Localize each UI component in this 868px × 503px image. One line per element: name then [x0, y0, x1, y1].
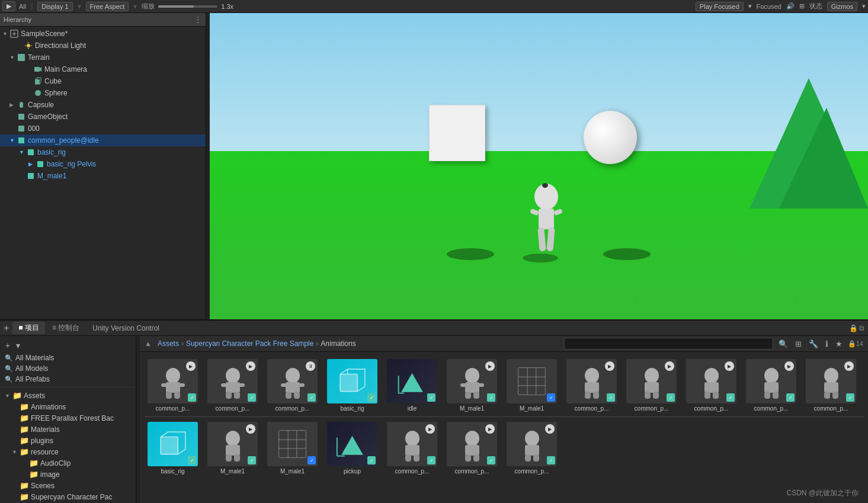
play-icon-10: ▶: [784, 361, 794, 371]
play-focused-btn[interactable]: Play Focused: [696, 2, 744, 11]
filter-all-prefabs[interactable]: 🔍 All Prefabs: [0, 374, 136, 385]
badge-8: ✓: [667, 393, 675, 402]
asset-item-10[interactable]: ▶ ✓ common_p...: [743, 357, 799, 414]
asset-item-r2-6[interactable]: ▶ ✓ common_p...: [504, 419, 560, 477]
proj-audioclip[interactable]: 📁 AudioClip: [0, 457, 136, 469]
tree-item-capsule[interactable]: ▶ Capsule: [0, 99, 206, 111]
filter-btn[interactable]: 🔧: [807, 338, 820, 350]
svg-rect-28: [547, 228, 555, 252]
tree-item-directional-light[interactable]: Directional Light: [0, 40, 206, 52]
badge-10: ✓: [786, 393, 795, 402]
proj-materials[interactable]: 📁 Materials: [0, 424, 136, 435]
breadcrumb-assets[interactable]: Assets: [158, 339, 179, 348]
tree-item-main-camera[interactable]: Main Camera: [0, 63, 206, 75]
asset-thumb-0: ▶ ✓: [148, 359, 198, 403]
asset-item-2[interactable]: ⏸ ✓ common_p...: [264, 357, 321, 414]
svg-rect-19: [28, 173, 34, 179]
zoom-slider[interactable]: [158, 5, 217, 8]
asset-thumb-3: ✓: [327, 359, 377, 403]
maximize-icon[interactable]: ⧉: [859, 324, 864, 332]
add-asset-btn[interactable]: +: [4, 340, 12, 351]
svg-rect-17: [28, 149, 34, 155]
info-btn[interactable]: ℹ: [824, 338, 830, 350]
svg-rect-26: [553, 209, 563, 216]
asset-item-r2-3[interactable]: ✓ pickup: [324, 419, 380, 477]
tree-item-terrain[interactable]: ▼ Terrain: [0, 52, 206, 63]
proj-assets[interactable]: ▼ 📁 Assets: [0, 390, 136, 401]
asset-item-r2-5[interactable]: ▶ ✓ common_p...: [444, 419, 500, 477]
asset-grid-container[interactable]: ▶ ✓ common_p... ▶ ✓ common_p...: [140, 352, 868, 503]
play-icon-r2-4: ▶: [425, 424, 435, 434]
asset-item-11[interactable]: ▶ ✓ common_p...: [803, 357, 859, 414]
proj-resource[interactable]: ▼ 📁 resource: [0, 446, 136, 457]
sidebar-actions: + ▾: [0, 338, 136, 353]
scene-sphere-object: [584, 111, 637, 164]
search-btn[interactable]: 🔍: [777, 338, 790, 350]
tree-item-basic-rig[interactable]: ▼ basic_rig: [0, 146, 206, 158]
asset-item-0[interactable]: ▶ ✓ common_p...: [145, 357, 201, 414]
asset-item-r2-2[interactable]: ✓ M_male1: [264, 419, 321, 477]
tree-item-common-people[interactable]: ▼ common_people@idle: [0, 134, 206, 146]
scene-canvas: [210, 13, 868, 319]
aspect-dropdown[interactable]: Free Aspect: [86, 2, 129, 11]
proj-supercyan[interactable]: 📁 Supercyan Character Pac: [0, 491, 136, 502]
asset-item-4[interactable]: ✓ idle: [384, 357, 440, 414]
tree-item-cube[interactable]: Cube: [0, 75, 206, 87]
gizmos-btn[interactable]: Gizmos: [827, 2, 857, 11]
badge-r2-5: ✓: [487, 456, 495, 464]
display-dropdown[interactable]: Display 1: [37, 2, 72, 11]
tree-item-000[interactable]: 000: [0, 123, 206, 134]
asset-item-7[interactable]: ▶ ✓ common_p...: [563, 357, 620, 414]
asset-item-8[interactable]: ▶ ✓ common_p...: [623, 357, 680, 414]
svg-rect-106: [525, 454, 531, 462]
settings-btn[interactable]: ▾: [14, 340, 22, 351]
asset-label-r2-5: common_p...: [455, 468, 489, 475]
asset-search-input[interactable]: [564, 338, 773, 350]
tree-item-samplescene[interactable]: ▼ SampleScene*: [0, 28, 206, 40]
asset-item-5[interactable]: ▶ ✓ M_male1: [444, 357, 500, 414]
add-button[interactable]: +: [4, 323, 9, 334]
tree-item-gameobject[interactable]: GameObject: [0, 111, 206, 123]
asset-item-1[interactable]: ▶ ✓ common_p...: [204, 357, 261, 414]
hierarchy-menu[interactable]: ⋮: [194, 15, 202, 24]
asset-item-r2-4[interactable]: ▶ ✓ common_p...: [384, 419, 440, 477]
tab-project[interactable]: ■ 项目: [12, 322, 45, 334]
asset-label-2: common_p...: [276, 405, 310, 412]
scene-dropdown[interactable]: ▶: [2, 1, 15, 11]
asset-item-6[interactable]: ✓ M_male1: [504, 357, 560, 414]
sphere-label: Sphere: [44, 89, 68, 97]
proj-scenes[interactable]: 📁 Scenes: [0, 480, 136, 491]
asset-item-r2-0[interactable]: ✓ basic_rig: [145, 419, 201, 477]
badge-r2-4: ✓: [427, 456, 435, 464]
tree-item-m-male1[interactable]: M_male1: [0, 170, 206, 182]
proj-animations[interactable]: 📁 Animations: [0, 401, 136, 412]
hierarchy-tree[interactable]: ▼ SampleScene* Directional Light ▼: [0, 27, 206, 319]
tree-item-basic-rig-pelvis[interactable]: ▶ basic_rig Pelvis: [0, 158, 206, 170]
breadcrumb-nav-up[interactable]: ▲: [145, 339, 152, 348]
proj-plugins[interactable]: 📁 plugins: [0, 435, 136, 446]
asset-item-r2-1[interactable]: ▶ ✓ M_male1: [204, 419, 261, 477]
svg-point-23: [542, 183, 548, 188]
proj-forest[interactable]: 📁 FREE Parallax Forest Bac: [0, 412, 136, 424]
badge-9: ✓: [726, 393, 735, 402]
asset-item-9[interactable]: ▶ ✓ common_p...: [683, 357, 739, 414]
main-content: Hierarchy ⋮ ▼ SampleScene* Directional L…: [0, 13, 868, 319]
tab-console[interactable]: ≡ 控制台: [46, 322, 85, 334]
scene-view[interactable]: [210, 13, 868, 319]
filter-all-models[interactable]: 🔍 All Models: [0, 363, 136, 374]
pelvis-icon: [36, 159, 45, 169]
tree-item-sphere[interactable]: Sphere: [0, 87, 206, 99]
badge-11: ✓: [846, 393, 854, 402]
filter-all-materials[interactable]: 🔍 All Materials: [0, 353, 136, 363]
asset-label-r2-0: basic_rig: [161, 468, 184, 475]
svg-rect-72: [704, 382, 719, 393]
badge-0: ✓: [188, 393, 196, 402]
light-icon: [24, 41, 33, 50]
breadcrumb-supercyan[interactable]: Supercyan Character Pack Free Sample: [186, 339, 313, 348]
star-btn[interactable]: ★: [834, 338, 844, 350]
tab-version-control[interactable]: Unity Version Control: [87, 323, 165, 334]
lock-icon[interactable]: 🔒: [849, 324, 858, 332]
proj-image[interactable]: 📁 image: [0, 469, 136, 480]
asset-item-3[interactable]: ✓ basic_rig: [324, 357, 380, 414]
layout-toggle-btn[interactable]: ⊞: [793, 338, 803, 350]
